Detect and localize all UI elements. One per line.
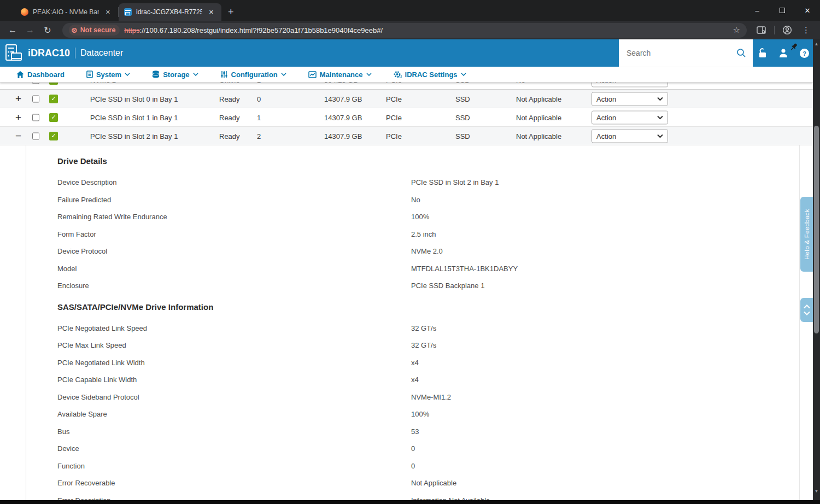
action-dropdown[interactable]: Action bbox=[591, 82, 668, 87]
section-title-sas-info: SAS/SATA/PCIe/NVMe Drive Information bbox=[57, 302, 799, 315]
browser-menu-icon[interactable]: ⋮ bbox=[798, 25, 815, 35]
home-icon bbox=[16, 71, 24, 78]
idrac-logo-icon bbox=[5, 44, 22, 62]
help-icon[interactable]: ? bbox=[799, 48, 810, 58]
license-edition: Datacenter bbox=[80, 48, 123, 58]
chevron-down-icon bbox=[366, 73, 372, 76]
toolbar-separator bbox=[774, 26, 775, 34]
drive-bus: PCIe bbox=[386, 113, 402, 121]
section-title-drive-details: Drive Details bbox=[57, 156, 799, 169]
browser-tab-idrac[interactable]: idrac-JCGZXB4-R7725xd - iDRA ✕ bbox=[119, 3, 221, 21]
drive-hot-spare: Not Applicable bbox=[516, 132, 561, 140]
drive-name: PCIe SSD in Slot 0 in Bay 1 bbox=[90, 95, 178, 103]
expand-row-button[interactable]: + bbox=[15, 82, 21, 86]
drive-hot-spare: Not Applicable bbox=[516, 113, 561, 121]
search-icon[interactable] bbox=[736, 48, 746, 58]
nav-dashboard[interactable]: Dashboard bbox=[16, 71, 65, 79]
help-feedback-tab[interactable]: Help & Feedback bbox=[800, 197, 813, 272]
detail-row: Device DescriptionPCIe SSD in Slot 2 in … bbox=[57, 174, 799, 191]
gear-icon bbox=[394, 71, 402, 78]
new-tab-button[interactable]: + bbox=[221, 3, 241, 21]
expand-row-button[interactable]: + bbox=[15, 93, 21, 105]
drive-details-panel: Drive Details Device DescriptionPCIe SSD… bbox=[26, 145, 800, 500]
browser-tab-peakaio[interactable]: PEAK:AIO - NVMe Bandwidth - ✕ bbox=[15, 3, 118, 21]
detail-row: Device ProtocolNVMe 2.0 bbox=[57, 243, 799, 260]
drive-state: Ready bbox=[219, 132, 240, 140]
forward-button[interactable]: → bbox=[23, 23, 37, 37]
row-checkbox[interactable] bbox=[32, 114, 39, 121]
chevron-down-icon bbox=[461, 73, 466, 76]
table-row-clipped-wrapper: + ✓ NVMe 1 Online 1 894.25 GB PCIe SSD N… bbox=[0, 82, 813, 90]
status-ok-icon: ✓ bbox=[49, 113, 58, 122]
browser-toolbar: ← → ↻ ⊗ Not secure https://100.67.180.20… bbox=[0, 21, 820, 39]
idrac-page: iDRAC10 Datacenter ? bbox=[0, 39, 813, 500]
side-panel-icon[interactable] bbox=[754, 23, 769, 37]
drive-name: PCIe SSD in Slot 2 in Bay 1 bbox=[90, 132, 178, 140]
sliders-icon bbox=[220, 71, 228, 78]
search-input[interactable] bbox=[619, 49, 736, 57]
table-row[interactable]: + ✓ PCIe SSD in Slot 0 in Bay 1 Ready 0 … bbox=[0, 90, 813, 108]
not-secure-badge[interactable]: ⊗ Not secure bbox=[69, 25, 120, 36]
collapse-row-button[interactable]: − bbox=[15, 130, 21, 142]
row-checkbox[interactable] bbox=[32, 132, 39, 139]
expand-row-button[interactable]: + bbox=[15, 112, 21, 124]
nav-configuration[interactable]: Configuration bbox=[220, 71, 286, 79]
idrac-favicon bbox=[124, 8, 132, 16]
chevron-down-icon bbox=[125, 73, 130, 76]
detail-row: PCIe Negotiated Link Widthx4 bbox=[57, 354, 799, 372]
scroll-jump-tab bbox=[800, 298, 813, 322]
drive-bus: PCIe bbox=[386, 95, 402, 103]
drive-slot: 1 bbox=[257, 113, 261, 121]
table-row-expanded[interactable]: − ✓ PCIe SSD in Slot 2 in Bay 1 Ready 2 … bbox=[0, 127, 813, 145]
window-close-button[interactable]: ✕ bbox=[795, 0, 820, 21]
chevron-down-icon[interactable] bbox=[804, 311, 810, 315]
bookmark-star-icon[interactable]: ☆ bbox=[733, 25, 740, 35]
detail-row: Device0 bbox=[57, 440, 799, 458]
drive-slot: 2 bbox=[257, 132, 261, 140]
url-scheme-struck: https bbox=[124, 26, 139, 34]
detail-row: Device Sideband ProtocolNVMe-MI1.2 bbox=[57, 389, 799, 406]
select-chevron-icon bbox=[657, 97, 663, 101]
detail-row: PCIe Max Link Speed32 GT/s bbox=[57, 337, 799, 354]
select-chevron-icon bbox=[657, 134, 663, 138]
action-dropdown[interactable]: Action bbox=[591, 129, 668, 143]
svg-text:?: ? bbox=[803, 50, 806, 56]
profile-icon[interactable] bbox=[780, 23, 794, 37]
scrollbar-up-arrow[interactable]: ▲ bbox=[813, 42, 820, 46]
user-icon[interactable] bbox=[778, 48, 788, 58]
detail-row: PCIe Negotiated Link Speed32 GT/s bbox=[57, 320, 799, 337]
nav-idrac-settings[interactable]: iDRAC Settings bbox=[394, 71, 466, 79]
drive-hot-spare: Not Applicable bbox=[516, 95, 561, 103]
drive-state: Ready bbox=[219, 95, 240, 103]
table-row[interactable]: + ✓ NVMe 1 Online 1 894.25 GB PCIe SSD N… bbox=[0, 82, 813, 90]
tab-close-icon[interactable]: ✕ bbox=[103, 8, 113, 17]
pin-icon[interactable] bbox=[789, 42, 799, 52]
window-maximize-button[interactable] bbox=[770, 0, 795, 21]
address-bar[interactable]: ⊗ Not secure https://100.67.180.208/rest… bbox=[62, 23, 747, 38]
storage-icon bbox=[152, 71, 160, 78]
tab-close-icon[interactable]: ✕ bbox=[207, 8, 216, 17]
scrollbar-thumb[interactable] bbox=[814, 126, 819, 333]
drive-media: SSD bbox=[455, 95, 470, 103]
scrollbar-down-arrow[interactable]: ▼ bbox=[813, 489, 820, 494]
unlock-icon[interactable] bbox=[757, 48, 768, 58]
detail-row: ModelMTFDLAL15T3THA-1BK1DABYY bbox=[57, 260, 799, 278]
detail-row: EnclosurePCIe SSD Backplane 1 bbox=[57, 277, 799, 295]
action-dropdown[interactable]: Action bbox=[591, 92, 668, 106]
action-dropdown[interactable]: Action bbox=[591, 110, 668, 124]
table-row[interactable]: + ✓ PCIe SSD in Slot 1 in Bay 1 Ready 1 … bbox=[0, 108, 813, 127]
row-checkbox[interactable] bbox=[32, 95, 39, 102]
reload-button[interactable]: ↻ bbox=[40, 23, 55, 37]
drive-state: Ready bbox=[219, 113, 240, 121]
drive-size: 14307.9 GB bbox=[324, 132, 362, 140]
nav-storage[interactable]: Storage bbox=[152, 71, 198, 79]
detail-row: PCIe Capable Link Widthx4 bbox=[57, 371, 799, 389]
nav-maintenance[interactable]: Maintenance bbox=[308, 71, 372, 79]
window-minimize-button[interactable]: – bbox=[745, 0, 770, 21]
chevron-up-icon[interactable] bbox=[804, 304, 810, 309]
back-button[interactable]: ← bbox=[5, 23, 20, 37]
screen: PEAK:AIO - NVMe Bandwidth - ✕ idrac-JCGZ… bbox=[0, 0, 820, 504]
page-scrollbar[interactable]: ▲ ▼ bbox=[813, 39, 820, 500]
nav-system[interactable]: System bbox=[86, 71, 130, 79]
detail-row: Error RecoverableNot Applicable bbox=[57, 474, 799, 492]
